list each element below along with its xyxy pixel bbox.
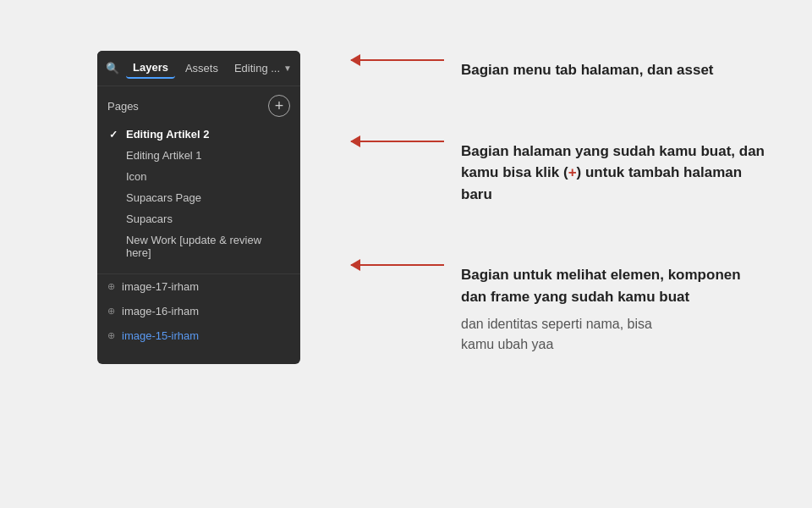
arrow-icon [351, 141, 444, 142]
page-item[interactable]: Icon [97, 166, 300, 187]
page-item[interactable]: Supacars Page [97, 187, 300, 208]
main-container: 🔍 Layers Assets Editing ... ▼ Pages + ✓ … [0, 0, 812, 508]
pages-label: Pages [107, 100, 139, 113]
arrow-2 [351, 141, 444, 142]
page-item-label: Editing Artikel 1 [126, 149, 202, 162]
frame-icon: ⊕ [107, 281, 115, 292]
frame-icon: ⊕ [107, 306, 115, 317]
annotation-text-1: Bagian menu tab halaman, dan asset [461, 59, 714, 81]
page-item[interactable]: ✓ Editing Artikel 2 [97, 124, 300, 145]
pages-list: ✓ Editing Artikel 2 Editing Artikel 1 Ic… [97, 124, 300, 270]
tab-bar: 🔍 Layers Assets Editing ... ▼ [97, 51, 300, 86]
tab-assets[interactable]: Assets [178, 58, 225, 78]
arrow-1 [351, 59, 444, 61]
annotations: Bagian menu tab halaman, dan asset Bagia… [300, 51, 812, 355]
layer-item-label: image-15-irham [122, 329, 199, 342]
arrow-icon [351, 59, 444, 61]
page-item-label: New Work [update & review here] [126, 234, 288, 259]
annotation-sub-3: dan identitas seperti nama, bisa kamu ub… [351, 314, 656, 355]
annotation-text-3: Bagian untuk melihat elemen, komponen da… [461, 264, 765, 307]
annotation-text-2: Bagian halaman yang sudah kamu buat, dan… [461, 141, 765, 206]
arrow-icon [351, 264, 444, 266]
layers-panel: 🔍 Layers Assets Editing ... ▼ Pages + ✓ … [97, 51, 300, 364]
pages-header: Pages + [97, 86, 300, 124]
annotation-row-1: Bagian menu tab halaman, dan asset [351, 59, 787, 81]
annotation-row-3-top: Bagian untuk melihat elemen, komponen da… [351, 264, 765, 307]
layer-item-label: image-16-irham [122, 305, 199, 318]
page-item[interactable]: Editing Artikel 1 [97, 145, 300, 166]
tab-layers[interactable]: Layers [126, 58, 175, 79]
add-page-button[interactable]: + [268, 95, 290, 117]
annotation-row-3: Bagian untuk melihat elemen, komponen da… [351, 264, 787, 355]
annotation-row-2: Bagian halaman yang sudah kamu buat, dan… [351, 141, 787, 206]
check-icon: ✓ [109, 129, 121, 141]
plus-icon: + [568, 164, 577, 180]
arrow-3 [351, 264, 444, 266]
layer-item-label: image-17-irham [122, 280, 199, 293]
tab-editing-label: Editing ... [234, 62, 280, 75]
page-item[interactable]: Supacars [97, 208, 300, 229]
search-icon[interactable]: 🔍 [106, 62, 119, 75]
layer-item[interactable]: ⊕ image-17-irham [97, 274, 300, 299]
layer-item[interactable]: ⊕ image-15-irham [97, 323, 300, 348]
tab-editing[interactable]: Editing ... ▼ [234, 62, 292, 75]
page-item[interactable]: New Work [update & review here] [97, 229, 300, 263]
chevron-down-icon: ▼ [283, 64, 292, 73]
page-item-label: Icon [126, 170, 147, 183]
layer-item[interactable]: ⊕ image-16-irham [97, 299, 300, 323]
frame-icon: ⊕ [107, 330, 115, 341]
page-item-label: Supacars [126, 213, 173, 225]
page-item-label: Supacars Page [126, 191, 201, 204]
page-item-label: Editing Artikel 2 [126, 128, 209, 141]
